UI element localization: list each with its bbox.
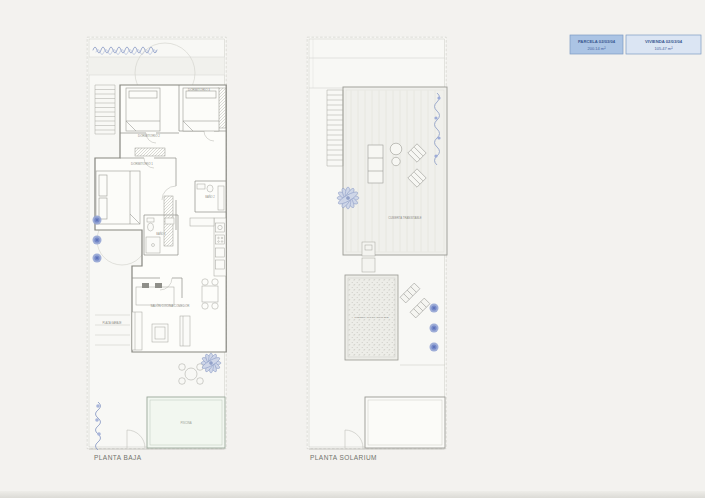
planta-solarium-title: PLANTA SOLARIUM bbox=[310, 454, 377, 461]
vivienda-box: VIVIENDA 02/03/04 105.47 m² bbox=[626, 35, 701, 54]
label-transitable: CUBIERTA TRANSITABLE bbox=[388, 216, 421, 220]
walkway-band bbox=[89, 57, 224, 75]
roof-deck bbox=[343, 87, 447, 255]
label-salon: SALÓN COCINA COMEDOR bbox=[150, 303, 190, 308]
planta-baja-title: PLANTA BAJA bbox=[94, 454, 141, 461]
label-garaje: PLAZA GARAJE bbox=[102, 321, 121, 325]
label-dormitorio3: DORMITORIO 3 bbox=[188, 88, 210, 92]
parcela-area: 200.14 m² bbox=[587, 46, 606, 51]
parcela-box: PARCELA 02/03/04 200.14 m² bbox=[570, 35, 623, 54]
label-no-transitable: CUBIERTA NO TRANSITABLE bbox=[354, 316, 389, 319]
pool-label: PISCINA bbox=[180, 421, 191, 425]
label-dormitorio1: DORMITORIO 1 bbox=[131, 162, 153, 166]
shrub-dots bbox=[430, 304, 439, 352]
vivienda-label: VIVIENDA 02/03/04 bbox=[645, 39, 683, 44]
shrub-dots bbox=[93, 216, 102, 263]
pool-outline bbox=[365, 397, 445, 448]
title-block: PARCELA 02/03/04 200.14 m² VIVIENDA 02/0… bbox=[569, 33, 703, 58]
label-dormitorio2: DORMITORIO 2 bbox=[138, 134, 160, 138]
pool: PISCINA bbox=[147, 397, 225, 448]
page-edge-shadow bbox=[0, 491, 705, 498]
planta-solarium-plan: CUBIERTA TRANSITABLE CUBIERTA NO TRANSIT… bbox=[306, 36, 448, 450]
outdoor-sofa bbox=[368, 145, 383, 183]
drawing-sheet: PARCELA 02/03/04 200.14 m² VIVIENDA 02/0… bbox=[0, 0, 705, 498]
vivienda-area: 105.47 m² bbox=[654, 46, 673, 51]
planta-baja-plan: PISCINA DORMITORIO 2 DORMITORIO 3 DORMIT… bbox=[86, 36, 228, 450]
parcela-label: PARCELA 02/03/04 bbox=[578, 39, 616, 44]
